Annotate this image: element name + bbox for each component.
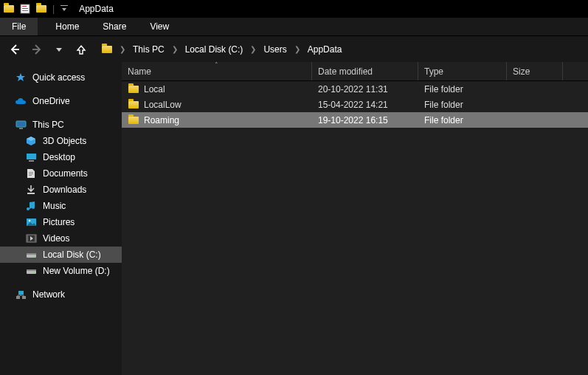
- sidebar-label: Desktop: [43, 152, 75, 162]
- column-type[interactable]: Type: [418, 62, 507, 80]
- breadcrumb-item[interactable]: Local Disk (C:): [182, 41, 246, 58]
- tab-view[interactable]: View: [138, 18, 181, 35]
- tab-file[interactable]: File: [0, 18, 38, 35]
- forward-button[interactable]: [28, 41, 46, 58]
- sidebar-label: OneDrive: [32, 96, 70, 106]
- svg-rect-27: [16, 296, 20, 299]
- breadcrumb-item[interactable]: This PC: [130, 41, 167, 58]
- folder-icon: [128, 114, 139, 126]
- app-icon: [1, 1, 16, 16]
- sidebar-label: Quick access: [32, 72, 85, 83]
- sidebar-quick-access[interactable]: Quick access: [0, 69, 122, 86]
- column-size[interactable]: Size: [507, 62, 563, 80]
- svg-rect-10: [29, 160, 34, 162]
- sidebar-onedrive[interactable]: OneDrive: [0, 93, 122, 109]
- column-headers: Name ˄ Date modified Type Size: [122, 62, 588, 81]
- svg-rect-18: [27, 235, 28, 242]
- sort-indicator-icon: ˄: [215, 61, 218, 69]
- window-title: AppData: [79, 4, 114, 14]
- navigation-bar: ❯ This PC ❯ Local Disk (C:) ❯ Users ❯ Ap…: [0, 35, 588, 62]
- chevron-right-icon[interactable]: ❯: [291, 45, 303, 53]
- sidebar-label: Network: [32, 289, 65, 300]
- sidebar-this-pc[interactable]: This PC: [0, 117, 122, 133]
- sidebar-item-local-disk-c[interactable]: Local Disk (C:): [0, 247, 122, 263]
- back-button[interactable]: [6, 41, 24, 58]
- svg-rect-13: [29, 175, 32, 176]
- download-icon: [25, 184, 37, 196]
- file-row[interactable]: Roaming19-10-2022 16:15File folder: [122, 112, 588, 128]
- chevron-right-icon[interactable]: ❯: [117, 45, 128, 53]
- svg-rect-9: [27, 154, 36, 159]
- ribbon-tabs: File Home Share View: [0, 18, 588, 35]
- sidebar-item-documents[interactable]: Documents: [0, 165, 122, 182]
- svg-point-22: [34, 255, 35, 257]
- sidebar-label: Documents: [43, 168, 88, 179]
- video-icon: [25, 233, 37, 244]
- svg-rect-11: [29, 172, 33, 173]
- svg-rect-26: [18, 291, 24, 295]
- svg-point-25: [34, 272, 35, 273]
- sidebar-label: This PC: [32, 120, 64, 130]
- breadcrumb-item[interactable]: Users: [260, 41, 289, 58]
- svg-rect-1: [22, 6, 27, 7]
- folder-icon: [128, 99, 139, 111]
- chevron-right-icon[interactable]: ❯: [247, 45, 259, 53]
- chevron-right-icon[interactable]: ❯: [169, 45, 181, 53]
- sidebar-item-desktop[interactable]: Desktop: [0, 149, 122, 165]
- breadcrumb[interactable]: ❯ This PC ❯ Local Disk (C:) ❯ Users ❯ Ap…: [99, 41, 582, 58]
- svg-rect-7: [16, 121, 26, 127]
- folder-icon: [128, 83, 139, 95]
- music-icon: [25, 200, 37, 212]
- sidebar-label: Music: [43, 201, 66, 211]
- file-row[interactable]: LocalLow15-04-2022 14:21File folder: [122, 97, 588, 112]
- svg-rect-4: [60, 5, 68, 6]
- svg-rect-8: [19, 128, 23, 129]
- network-icon: [15, 289, 27, 300]
- tab-share[interactable]: Share: [91, 18, 138, 35]
- file-row[interactable]: Local20-10-2022 11:31File folder: [122, 81, 588, 97]
- cube-icon: [25, 135, 37, 147]
- sidebar-item-new-volume-d[interactable]: New Volume (D:): [0, 263, 122, 279]
- file-name: LocalLow: [144, 100, 181, 110]
- file-date: 19-10-2022 16:15: [312, 115, 418, 125]
- svg-rect-3: [22, 10, 28, 11]
- qat-newfolder-icon[interactable]: [34, 1, 49, 16]
- tab-home[interactable]: Home: [44, 18, 91, 35]
- sidebar-label: Local Disk (C:): [43, 250, 101, 260]
- file-list: Name ˄ Date modified Type Size Local20-1…: [122, 62, 588, 375]
- sidebar-item-music[interactable]: Music: [0, 198, 122, 214]
- svg-rect-19: [35, 235, 36, 242]
- sidebar-item-videos[interactable]: Videos: [0, 230, 122, 247]
- file-date: 15-04-2022 14:21: [312, 100, 418, 110]
- breadcrumb-root-icon[interactable]: [99, 41, 115, 58]
- file-type: File folder: [418, 115, 507, 125]
- svg-rect-21: [27, 253, 36, 255]
- qat-properties-icon[interactable]: [18, 1, 32, 16]
- file-name: Local: [144, 84, 165, 94]
- sidebar-item-3d-objects[interactable]: 3D Objects: [0, 133, 122, 149]
- file-type: File folder: [418, 84, 507, 94]
- breadcrumb-item[interactable]: AppData: [305, 41, 345, 58]
- svg-rect-24: [27, 269, 36, 271]
- column-name[interactable]: Name ˄: [122, 62, 312, 80]
- document-icon: [25, 168, 37, 179]
- navigation-pane: Quick access OneDrive This PC 3D Objects…: [0, 62, 122, 375]
- recent-dropdown-icon[interactable]: [50, 41, 68, 58]
- qat-dropdown-icon[interactable]: [57, 1, 72, 16]
- svg-rect-2: [22, 8, 28, 9]
- sidebar-item-pictures[interactable]: Pictures: [0, 214, 122, 230]
- star-icon: [15, 72, 27, 83]
- sidebar-network[interactable]: Network: [0, 286, 122, 303]
- up-button[interactable]: [72, 41, 90, 58]
- column-date[interactable]: Date modified: [312, 62, 418, 80]
- disk-icon: [25, 265, 37, 277]
- sidebar-item-downloads[interactable]: Downloads: [0, 182, 122, 198]
- cloud-icon: [15, 95, 27, 107]
- file-date: 20-10-2022 11:31: [312, 84, 418, 94]
- sidebar-label: Pictures: [43, 217, 75, 227]
- svg-point-16: [28, 220, 30, 222]
- picture-icon: [25, 216, 37, 228]
- svg-rect-28: [22, 296, 26, 299]
- svg-rect-12: [29, 173, 33, 174]
- svg-rect-14: [27, 193, 35, 194]
